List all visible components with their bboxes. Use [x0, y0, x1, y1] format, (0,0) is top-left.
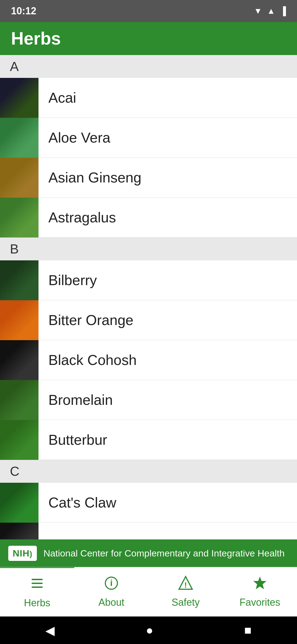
favorites-nav-icon	[252, 575, 268, 594]
status-time: 10:12	[11, 5, 36, 17]
herb-thumbnail-astragalus	[0, 198, 38, 238]
svg-rect-2	[32, 586, 43, 588]
favorites-nav-label: Favorites	[240, 597, 280, 608]
about-nav-icon: i	[104, 575, 119, 594]
herb-name-astragalus: Astragalus	[38, 209, 126, 226]
herb-thumbnail-next	[0, 523, 38, 540]
svg-text:!: !	[184, 581, 187, 589]
signal-icon: ▲	[267, 6, 275, 16]
list-item[interactable]: Black Cohosh	[0, 340, 297, 380]
herb-name-asian-ginseng: Asian Ginseng	[38, 169, 151, 186]
nih-text: National Center for Complementary and In…	[43, 548, 285, 559]
android-recent-button[interactable]: ■	[244, 623, 252, 637]
android-nav-bar: ◀ ● ■	[0, 616, 297, 644]
svg-text:i: i	[110, 578, 113, 588]
herb-thumbnail-butterbur	[0, 420, 38, 460]
herbs-nav-icon	[29, 576, 45, 595]
about-nav-label: About	[98, 597, 124, 608]
herb-name-black-cohosh: Black Cohosh	[38, 352, 147, 368]
android-back-button[interactable]: ◀	[45, 623, 55, 637]
herb-name-butterbur: Butterbur	[38, 432, 117, 448]
herb-name-acai: Acai	[38, 89, 86, 106]
wifi-icon: ▼	[254, 6, 262, 16]
nih-banner: NIH) National Center for Complementary a…	[0, 539, 297, 567]
herb-name-bitter-orange: Bitter Orange	[38, 312, 143, 328]
herb-thumbnail-bitter-orange	[0, 300, 38, 340]
section-header-c: C	[0, 460, 297, 483]
herb-thumbnail-asian-ginseng	[0, 158, 38, 198]
herb-name-aloe-vera: Aloe Vera	[38, 129, 120, 146]
list-item[interactable]: Aloe Vera	[0, 118, 297, 158]
nav-item-about[interactable]: i About	[74, 567, 148, 616]
safety-nav-label: Safety	[172, 597, 200, 608]
bottom-nav: Herbs i About ! Safety Favorites	[0, 567, 297, 616]
status-icons: ▼ ▲ ▐	[254, 6, 286, 16]
section-letter-b: B	[10, 242, 19, 256]
herb-name-bilberry: Bilberry	[38, 272, 107, 288]
herb-thumbnail-bilberry	[0, 260, 38, 300]
safety-nav-icon: !	[178, 575, 193, 594]
list-item[interactable]: Bromelain	[0, 380, 297, 420]
herb-thumbnail-black-cohosh	[0, 340, 38, 380]
herb-thumbnail-acai	[0, 78, 38, 118]
list-item[interactable]: Bilberry	[0, 260, 297, 300]
svg-marker-7	[253, 577, 266, 589]
herb-name-bromelain: Bromelain	[38, 392, 123, 408]
herbs-nav-label: Herbs	[24, 597, 50, 609]
herb-name-cats-claw: Cat's Claw	[38, 494, 126, 511]
status-bar: 10:12 ▼ ▲ ▐	[0, 0, 297, 22]
nav-item-favorites[interactable]: Favorites	[223, 567, 297, 616]
list-item[interactable]: Astragalus	[0, 198, 297, 238]
app-title: Herbs	[11, 28, 61, 49]
app-header: Herbs	[0, 22, 297, 55]
list-item[interactable]: Cat's Claw	[0, 483, 297, 523]
herb-thumbnail-bromelain	[0, 380, 38, 420]
nav-item-herbs[interactable]: Herbs	[0, 567, 74, 616]
section-letter-c: C	[10, 464, 20, 479]
section-header-b: B	[0, 238, 297, 260]
list-item[interactable]: Butterbur	[0, 420, 297, 460]
herb-list: A Acai Aloe Vera Asian Ginseng Astragalu…	[0, 55, 297, 539]
list-item[interactable]: Bitter Orange	[0, 300, 297, 340]
nav-item-safety[interactable]: ! Safety	[148, 567, 223, 616]
section-letter-a: A	[10, 59, 19, 74]
nih-logo-suffix: )	[30, 550, 32, 558]
section-header-a: A	[0, 55, 297, 78]
list-item[interactable]	[0, 523, 297, 539]
herb-thumbnail-aloe-vera	[0, 118, 38, 158]
svg-rect-0	[32, 579, 43, 580]
svg-rect-1	[32, 583, 43, 584]
list-item[interactable]: Acai	[0, 78, 297, 118]
herb-thumbnail-cats-claw	[0, 483, 38, 523]
battery-icon: ▐	[280, 6, 286, 16]
android-home-button[interactable]: ●	[146, 623, 153, 637]
nih-logo: NIH)	[8, 546, 37, 561]
list-item[interactable]: Asian Ginseng	[0, 158, 297, 198]
